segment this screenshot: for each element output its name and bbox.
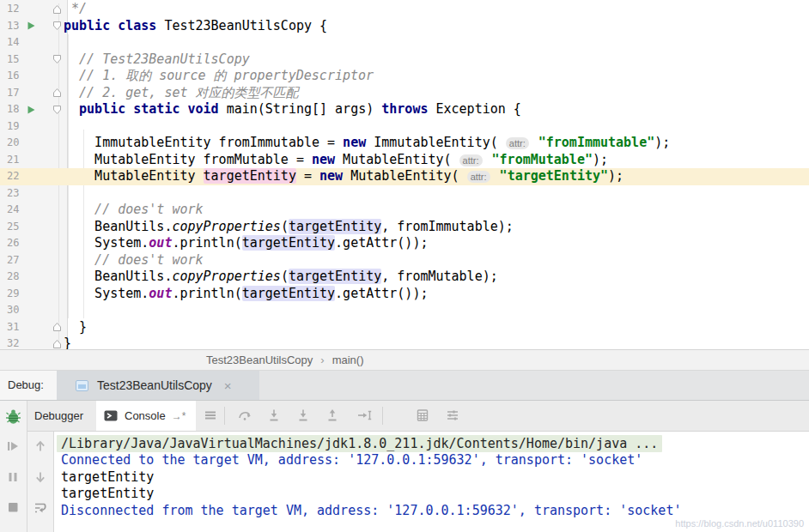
- line-number: 30: [7, 302, 29, 319]
- code-token: new: [319, 168, 343, 184]
- code-token: targetEntity: [204, 168, 296, 184]
- code-token: BeanUtils.: [64, 269, 172, 284]
- line-number: 25: [7, 219, 29, 236]
- line-number: 17: [7, 85, 29, 102]
- down-stack-trace-icon[interactable]: [33, 469, 48, 485]
- code-line[interactable]: // 2. get, set 对应的类型不匹配: [64, 85, 299, 102]
- code-token: targetEntity: [289, 219, 381, 234]
- close-icon[interactable]: ×: [224, 378, 232, 393]
- code-line[interactable]: // does't work: [64, 252, 204, 269]
- console-tab-suffix-icon: →*: [172, 410, 186, 422]
- step-over-icon[interactable]: [237, 408, 252, 423]
- code-token: , fromMutable);: [381, 269, 497, 284]
- code-line[interactable]: System.out.println(targetEntity.getAttr(…: [64, 286, 428, 303]
- line-number: 15: [7, 51, 29, 69]
- code-token: "targetEntity": [492, 168, 608, 184]
- code-line[interactable]: */: [64, 1, 87, 18]
- code-line[interactable]: }: [64, 336, 71, 349]
- code-token: .println(: [172, 286, 241, 301]
- code-token: );: [654, 135, 670, 150]
- fold-marker[interactable]: [52, 319, 62, 336]
- code-token: );: [593, 152, 608, 167]
- console-line: targetEntity: [61, 486, 154, 503]
- code-token: (: [281, 219, 289, 234]
- code-line[interactable]: // 1. 取的 source 的 propertyDescriptor: [64, 68, 374, 85]
- run-to-cursor-icon[interactable]: [356, 408, 372, 423]
- breadcrumb-class[interactable]: Test23BeanUtilsCopy: [206, 354, 313, 366]
- code-line[interactable]: // Test23BeanUtilsCopy: [64, 51, 250, 69]
- code-line[interactable]: BeanUtils.copyProperties(targetEntity, f…: [64, 219, 514, 236]
- code-line[interactable]: MutableEntity targetEntity = new Mutable…: [64, 168, 623, 185]
- tab-debugger[interactable]: Debugger: [34, 401, 83, 431]
- debug-session-tab[interactable]: Test23BeanUtilsCopy ×: [57, 371, 259, 400]
- layout-settings-icon[interactable]: [445, 408, 460, 423]
- stop-icon[interactable]: [5, 499, 21, 515]
- soft-wrap-icon[interactable]: [33, 500, 48, 516]
- code-line[interactable]: // does't work: [64, 202, 204, 219]
- code-token: copyProperties: [172, 219, 280, 234]
- code-token: }: [64, 336, 71, 349]
- step-out-icon[interactable]: [325, 408, 340, 423]
- console-tab-icon: [104, 410, 118, 421]
- debug-tab-bar: Debug: Test23BeanUtilsCopy ×: [0, 371, 809, 400]
- run-button[interactable]: [27, 101, 35, 118]
- line-number: 19: [7, 118, 29, 136]
- fold-marker[interactable]: [52, 101, 62, 118]
- line-number: 27: [7, 252, 29, 269]
- code-token: , fromImmutable);: [381, 219, 514, 234]
- line-number: 20: [7, 135, 29, 152]
- code-line[interactable]: public static void main(String[] args) t…: [64, 101, 521, 118]
- code-token: .println(: [172, 235, 241, 251]
- code-token: MutableEntity fromMutable =: [64, 152, 312, 167]
- resume-icon[interactable]: [5, 438, 21, 454]
- code-line[interactable]: BeanUtils.copyProperties(targetEntity, f…: [64, 269, 498, 286]
- debug-toolbar: Debugger Console →*: [27, 401, 809, 431]
- code-line[interactable]: MutableEntity fromMutable = new MutableE…: [64, 152, 608, 169]
- breadcrumb-method[interactable]: main(): [332, 354, 364, 366]
- step-into-icon[interactable]: [266, 408, 282, 423]
- fold-marker[interactable]: [52, 336, 62, 349]
- code-token: throws: [381, 101, 428, 117]
- code-token: // does't work: [64, 252, 204, 268]
- code-line[interactable]: }: [64, 319, 87, 336]
- code-token: targetEntity: [289, 269, 381, 284]
- code-token: ImmutableEntity(: [366, 135, 506, 150]
- code-token: =: [296, 168, 319, 184]
- tab-console[interactable]: Console →*: [96, 401, 196, 431]
- code-token: .getAttr());: [335, 235, 428, 251]
- force-step-into-icon[interactable]: [295, 408, 311, 423]
- code-line[interactable]: ImmutableEntity fromImmutable = new Immu…: [64, 135, 670, 152]
- pause-icon[interactable]: [5, 469, 21, 485]
- line-number: 12: [7, 1, 29, 18]
- code-token: "fromImmutable": [531, 135, 655, 150]
- console-text: targetEntity: [61, 469, 154, 485]
- code-token: [64, 101, 79, 117]
- code-line[interactable]: public class Test23BeanUtilsCopy {: [64, 18, 327, 35]
- parameter-hint: attr:: [467, 171, 490, 183]
- console-line: Disconnected from the target VM, address…: [61, 503, 681, 520]
- line-number: 24: [7, 202, 29, 219]
- console-text: Disconnected from the target VM, address…: [61, 503, 681, 518]
- fold-marker[interactable]: [52, 18, 62, 35]
- code-token: MutableEntity(: [343, 168, 467, 184]
- console-output[interactable]: https://blog.csdn.net/u0110390 /Library/…: [54, 432, 809, 532]
- code-line[interactable]: System.out.println(targetEntity.getAttr(…: [64, 235, 428, 252]
- toolbar-separator: [382, 407, 383, 425]
- divider: [0, 400, 809, 401]
- run-button[interactable]: [27, 18, 35, 35]
- line-number: 14: [7, 34, 29, 51]
- fold-marker[interactable]: [52, 1, 62, 18]
- console-tab-label: Console: [125, 409, 166, 422]
- code-token: // 1. 取的 source 的 propertyDescriptor: [64, 68, 374, 83]
- evaluate-expression-icon[interactable]: [415, 408, 430, 423]
- clipped-toolbar-icon[interactable]: [34, 526, 50, 532]
- code-editor[interactable]: 12 */13public class Test23BeanUtilsCopy …: [0, 0, 809, 349]
- code-token: // 2. get, set 对应的类型不匹配: [64, 85, 299, 100]
- console-text: /Library/Java/JavaVirtualMachines/jdk1.8…: [57, 435, 662, 452]
- fold-marker[interactable]: [52, 51, 62, 69]
- up-stack-trace-icon[interactable]: [33, 438, 48, 454]
- ide-window: 12 */13public class Test23BeanUtilsCopy …: [0, 0, 809, 532]
- line-number: 28: [7, 269, 29, 286]
- menu-icon[interactable]: [203, 408, 218, 423]
- fold-marker[interactable]: [52, 85, 62, 102]
